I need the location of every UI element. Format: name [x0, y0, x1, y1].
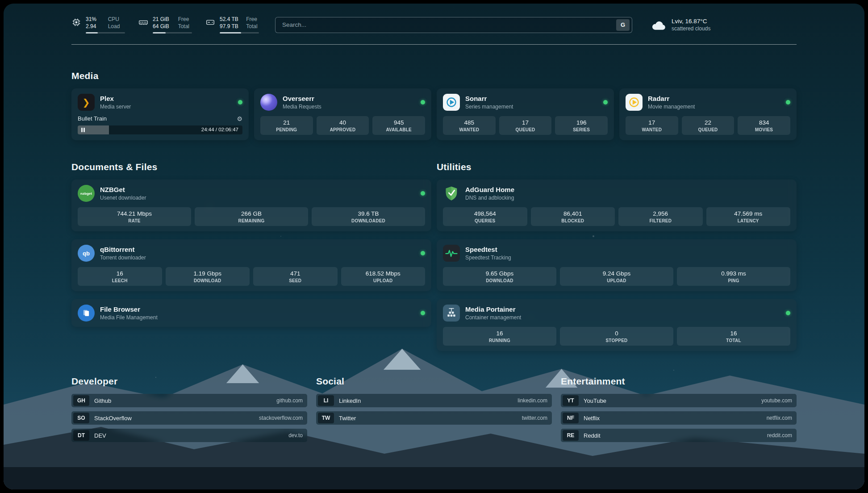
stat-tile: 39.6 TBDOWNLOADED	[312, 207, 425, 226]
search-bar[interactable]: G	[275, 17, 632, 33]
stat-tile: 9.65 GbpsDOWNLOAD	[443, 267, 556, 286]
bookmark-group-title: Developer	[71, 376, 307, 387]
disk-icon	[205, 17, 215, 27]
stat-tile: 266 GBREMAINING	[195, 207, 308, 226]
app-subtitle-sonarr: Series management	[465, 104, 513, 110]
disk-free-value: 52.4 TB	[220, 16, 240, 23]
bookmark-netflix[interactable]: NF Netflix netflix.com	[561, 411, 797, 425]
stat-tile: 40APPROVED	[317, 116, 369, 135]
app-card-plex[interactable]: Plex Media server Bullet Train ⚙ 24:44 /…	[71, 88, 249, 140]
section-title-documents: Documents & Files	[71, 162, 431, 172]
stat-tile: 16LEECH	[78, 267, 162, 286]
bookmark-stackoverflow[interactable]: SO StackOverflow stackoverflow.com	[71, 411, 307, 425]
app-card-radarr[interactable]: Radarr Movie management 17WANTED 22QUEUE…	[619, 88, 797, 140]
section-utilities: Utilities AdGuard Home DNS and adblockin…	[437, 162, 797, 351]
stat-tile: 17WANTED	[626, 116, 678, 135]
bookmark-url: youtube.com	[761, 397, 792, 404]
app-card-qbittorrent[interactable]: qBittorrent Torrent downloader 16LEECH 1…	[71, 239, 431, 291]
memory-widget: 21 GiB Free 64 GiB Total	[138, 16, 192, 33]
bookmark-abbr: NF	[563, 413, 579, 423]
disk-progress-bar	[220, 32, 259, 33]
stat-tile: 17QUEUED	[499, 116, 552, 135]
app-subtitle-overseerr: Media Requests	[283, 104, 321, 110]
bookmark-reddit[interactable]: RE Reddit reddit.com	[561, 429, 797, 442]
stat-tile: 22QUEUED	[682, 116, 734, 135]
bookmark-name: StackOverflow	[94, 415, 132, 422]
cpu-label-bottom: Load	[108, 23, 125, 30]
bookmark-group-developer: Developer GH Github github.com SO StackO…	[71, 376, 307, 446]
stat-tile: 744.21 MbpsRATE	[78, 207, 191, 226]
playback-progress-bar[interactable]: 24:44 / 02:06:47	[78, 125, 242, 134]
app-card-nzbget[interactable]: NZBGet Usenet downloader 744.21 MbpsRATE…	[71, 180, 431, 231]
app-card-adguard[interactable]: AdGuard Home DNS and adblocking 498,564Q…	[437, 180, 797, 231]
stat-tile: 21PENDING	[260, 116, 313, 135]
app-name-qbittorrent: qBittorrent	[100, 246, 146, 254]
bookmark-abbr: DT	[73, 430, 89, 441]
portainer-icon	[443, 305, 460, 322]
bookmark-url: reddit.com	[767, 432, 792, 439]
app-name-plex: Plex	[100, 95, 131, 103]
bookmark-name: Twitter	[339, 415, 356, 422]
app-card-overseerr[interactable]: Overseerr Media Requests 21PENDING 40APP…	[254, 88, 431, 140]
weather-widget: Lviv, 16.87°C scattered clouds	[651, 18, 710, 32]
bookmark-abbr: SO	[73, 413, 89, 423]
snow-specks	[4, 4, 4, 4]
top-bar: 31% CPU 2.94 Load 21 GiB Free 64	[71, 13, 797, 33]
bookmark-abbr: RE	[563, 430, 579, 441]
status-dot-overseerr	[421, 100, 425, 104]
bookmark-group-title: Social	[316, 376, 552, 387]
app-subtitle-filebrowser: Media File Management	[100, 314, 158, 321]
stat-tile: 498,564QUERIES	[443, 207, 527, 226]
bookmark-group-title: Entertainment	[561, 376, 797, 387]
app-card-filebrowser[interactable]: File Browser Media File Management	[71, 299, 431, 327]
bookmark-dev[interactable]: DT DEV dev.to	[71, 429, 307, 442]
sonarr-icon	[443, 94, 460, 111]
app-name-portainer: Media Portainer	[465, 305, 521, 313]
app-name-radarr: Radarr	[648, 95, 695, 103]
status-dot-radarr	[786, 100, 790, 104]
app-card-sonarr[interactable]: Sonarr Series management 485WANTED 17QUE…	[437, 88, 614, 140]
app-card-speedtest[interactable]: Speedtest Speedtest Tracking 9.65 GbpsDO…	[437, 239, 797, 291]
stat-tile: 86,401BLOCKED	[531, 207, 615, 226]
memory-total-value: 64 GiB	[153, 23, 172, 30]
dashboard-frame: 31% CPU 2.94 Load 21 GiB Free 64	[4, 4, 864, 489]
section-title-utilities: Utilities	[437, 162, 797, 172]
search-input[interactable]	[281, 21, 616, 29]
bookmark-youtube[interactable]: YT YouTube youtube.com	[561, 394, 797, 407]
weather-condition: scattered clouds	[672, 25, 710, 32]
speedtest-icon	[443, 245, 460, 262]
weather-location: Lviv, 16.87°C	[672, 18, 710, 25]
section-title-media: Media	[71, 71, 797, 81]
cpu-progress-bar	[86, 32, 125, 33]
app-subtitle-nzbget: Usenet downloader	[100, 195, 146, 201]
app-subtitle-portainer: Container management	[465, 314, 521, 321]
now-playing-title: Bullet Train	[78, 115, 107, 122]
bookmark-url: twitter.com	[522, 415, 547, 421]
bookmark-github[interactable]: GH Github github.com	[71, 394, 307, 407]
disk-widget: 52.4 TB Free 97.9 TB Total	[205, 16, 259, 33]
bookmark-name: DEV	[94, 432, 106, 439]
memory-label-bottom: Total	[178, 23, 192, 30]
app-name-overseerr: Overseerr	[283, 95, 321, 103]
bookmark-name: Github	[94, 397, 111, 404]
app-name-speedtest: Speedtest	[465, 246, 511, 254]
qbittorrent-icon	[78, 245, 95, 262]
cpu-usage-percent: 31%	[86, 16, 102, 23]
bookmark-linkedin[interactable]: LI LinkedIn linkedin.com	[316, 394, 552, 407]
gear-icon[interactable]: ⚙	[237, 116, 242, 122]
bookmark-group-social: Social LI LinkedIn linkedin.com TW Twitt…	[316, 376, 552, 429]
bookmark-name: Reddit	[584, 432, 601, 439]
memory-free-value: 21 GiB	[153, 16, 172, 23]
pause-icon[interactable]	[81, 128, 85, 132]
app-name-nzbget: NZBGet	[100, 186, 146, 194]
header-divider	[71, 44, 797, 45]
bookmark-url: github.com	[276, 397, 303, 404]
status-dot-qbittorrent	[421, 251, 425, 255]
search-provider-button[interactable]: G	[616, 19, 630, 31]
memory-progress-bar	[153, 32, 192, 33]
bookmark-url: netflix.com	[767, 415, 792, 421]
cpu-load-value: 2.94	[86, 23, 102, 30]
app-card-portainer[interactable]: Media Portainer Container management 16R…	[437, 299, 797, 351]
bookmark-twitter[interactable]: TW Twitter twitter.com	[316, 411, 552, 425]
adguard-icon	[443, 185, 460, 202]
